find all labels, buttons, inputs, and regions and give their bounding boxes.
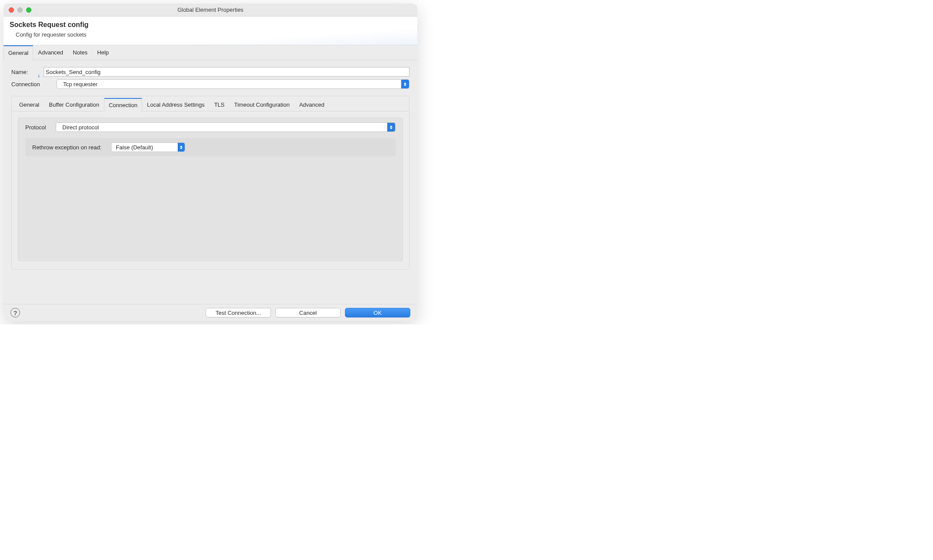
inner-tab-advanced[interactable]: Advanced	[294, 98, 329, 111]
label-rethrow: Rethrow exception on read:	[32, 144, 101, 151]
inset-card: Protocol Direct protocol Rethrow excepti…	[18, 118, 403, 261]
inner-form: Protocol Direct protocol Rethrow excepti…	[12, 111, 409, 269]
inner-tabbar: General Buffer Configuration Connection …	[12, 96, 409, 111]
header: Sockets Request config Config for reques…	[3, 17, 417, 45]
info-icon	[38, 71, 43, 76]
chevron-updown-icon	[387, 123, 395, 132]
protocol-select-value: Direct protocol	[62, 124, 99, 131]
row-connection: Connection Tcp requester	[11, 79, 409, 89]
rethrow-select[interactable]: False (Default)	[111, 142, 185, 152]
connection-select[interactable]: Tcp requester	[57, 79, 409, 89]
protocol-select[interactable]: Direct protocol	[56, 122, 396, 132]
tab-help[interactable]: Help	[92, 45, 114, 60]
page-title: Sockets Request config	[10, 21, 411, 29]
outer-form: Name: Connection Tcp requester General B…	[3, 60, 417, 304]
name-input[interactable]	[44, 67, 409, 77]
label-protocol: Protocol	[25, 124, 51, 131]
row-protocol: Protocol Direct protocol	[25, 122, 396, 132]
window-title: Global Element Properties	[3, 7, 417, 13]
label-connection: Connection	[11, 81, 49, 88]
inner-tab-general[interactable]: General	[14, 98, 44, 111]
test-connection-button[interactable]: Test Connection...	[206, 308, 271, 317]
dialog-window: Global Element Properties Sockets Reques…	[3, 3, 417, 321]
row-name: Name:	[11, 67, 409, 77]
page-subtitle: Config for requester sockets	[16, 31, 411, 38]
inner-tab-connection[interactable]: Connection	[104, 98, 142, 111]
inner-tab-local-address[interactable]: Local Address Settings	[142, 98, 209, 111]
help-icon[interactable]: ?	[10, 308, 20, 317]
tab-general[interactable]: General	[3, 45, 33, 60]
inner-panel: General Buffer Configuration Connection …	[11, 96, 409, 270]
cancel-button[interactable]: Cancel	[275, 308, 341, 317]
tab-advanced[interactable]: Advanced	[33, 45, 68, 60]
chevron-updown-icon	[178, 143, 185, 152]
footer: ? Test Connection... Cancel OK	[3, 304, 417, 321]
rethrow-select-value: False (Default)	[116, 144, 153, 151]
chevron-updown-icon	[401, 80, 409, 88]
inner-tab-tls[interactable]: TLS	[210, 98, 230, 111]
ok-button[interactable]: OK	[345, 308, 410, 317]
inner-tab-timeout[interactable]: Timeout Configuration	[230, 98, 294, 111]
row-rethrow: Rethrow exception on read: False (Defaul…	[25, 138, 396, 156]
connection-select-value: Tcp requester	[63, 81, 98, 88]
label-name: Name:	[11, 69, 38, 75]
inner-tab-buffer-configuration[interactable]: Buffer Configuration	[44, 98, 104, 111]
outer-tabbar: General Advanced Notes Help	[3, 45, 417, 60]
titlebar: Global Element Properties	[3, 3, 417, 17]
tab-notes[interactable]: Notes	[68, 45, 92, 60]
